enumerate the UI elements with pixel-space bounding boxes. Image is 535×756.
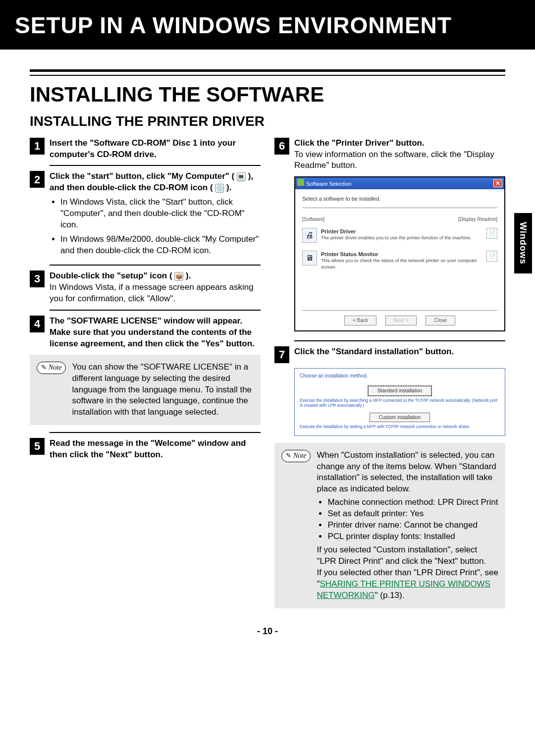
heading-section: INSTALLING THE SOFTWARE xyxy=(30,81,505,109)
close-button[interactable]: Close xyxy=(426,316,455,325)
readme-button[interactable]: 📄 xyxy=(486,251,497,262)
step-title: Read the message in the "Welcome" window… xyxy=(50,438,246,459)
step-5: 5 Read the message in the "Welcome" wind… xyxy=(30,438,261,461)
note-bullet: PCL printer display fonts: Installed xyxy=(327,531,498,542)
section-tab-windows: Windows xyxy=(514,213,532,273)
step-4: 4 The "SOFTWARE LICENSE" window will app… xyxy=(30,316,261,350)
step-divider xyxy=(50,165,261,166)
note-bullet: Set as default printer: Yes xyxy=(327,508,498,520)
step-title: ). xyxy=(226,183,231,192)
step-2: 2 Click the "start" button, click "My Co… xyxy=(30,171,261,260)
step-number: 6 xyxy=(274,138,289,155)
page-banner: SETUP IN A WINDOWS ENVIRONMENT xyxy=(0,0,535,50)
step-desc: In Windows Vista, if a message screen ap… xyxy=(50,282,261,305)
page-number: - 10 - xyxy=(30,625,505,637)
screenshot-installation-method: Choose an installation method. Standard … xyxy=(294,368,505,436)
step-bullet: In Windows 98/Me/2000, double-click "My … xyxy=(60,234,261,257)
step-title: Click the "Standard installation" button… xyxy=(294,347,454,356)
readme-button[interactable]: 📄 xyxy=(486,228,497,239)
setup-icon: 📦 xyxy=(174,272,183,281)
step-1: 1 Insert the "Software CD-ROM" Disc 1 in… xyxy=(30,138,261,161)
back-button[interactable]: < Back xyxy=(344,316,376,325)
rule-thin xyxy=(30,75,505,76)
option-title: Printer Driver xyxy=(321,228,482,235)
option-title: Printer Status Monitor xyxy=(321,251,482,258)
dialog-text: Choose an installation method. xyxy=(300,373,500,379)
next-button[interactable]: Next > xyxy=(385,316,417,325)
label-display-readme: [Display Readme] xyxy=(458,216,497,223)
note-text: If you selected "Custom installation", s… xyxy=(317,544,498,567)
window-title: Software Selection xyxy=(306,181,352,187)
screenshot-software-selection: Software Selection ✕ Select a software t… xyxy=(294,176,505,331)
option-desc: The printer driver enables you to use th… xyxy=(321,235,482,241)
step-number: 3 xyxy=(30,270,45,287)
note-label: Note xyxy=(37,362,66,374)
option-printer-status-monitor[interactable]: 🖥 Printer Status Monitor This allows you… xyxy=(302,251,497,270)
rule-heavy xyxy=(30,69,505,72)
step-desc: To view information on the software, cli… xyxy=(294,149,505,172)
option-standard-installation[interactable]: Standard installation xyxy=(300,386,500,396)
step-number: 5 xyxy=(30,438,45,455)
option-desc: Execute the installation by setting a MF… xyxy=(300,424,500,429)
step-divider xyxy=(50,432,261,433)
step-divider xyxy=(294,340,505,341)
printer-icon: 🖨 xyxy=(302,228,317,243)
note-box: Note When "Custom installation" is selec… xyxy=(274,443,505,608)
step-number: 7 xyxy=(274,346,289,363)
custom-installation-button[interactable]: Custom installation xyxy=(370,413,430,423)
step-title: Click the "start" button, click "My Comp… xyxy=(50,171,234,181)
column-right: 6 Click the "Printer Driver" button. To … xyxy=(274,138,505,615)
step-divider xyxy=(50,310,261,311)
note-label: Note xyxy=(281,450,311,462)
step-number: 4 xyxy=(30,316,45,332)
note-text: When "Custom installation" is selected, … xyxy=(317,450,498,495)
option-custom-installation[interactable]: Custom installation xyxy=(300,413,500,423)
note-bullet: Printer driver name: Cannot be changed xyxy=(327,520,498,531)
step-title: ). xyxy=(186,271,191,280)
heading-subsection: INSTALLING THE PRINTER DRIVER xyxy=(30,112,505,131)
note-text: You can show the "SOFTWARE LICENSE" in a… xyxy=(72,362,254,419)
step-title: Insert the "Software CD-ROM" Disc 1 into… xyxy=(50,138,236,159)
dialog-text: Select a software to be installed. xyxy=(302,195,497,203)
my-computer-icon: 💻 xyxy=(237,172,246,181)
step-6: 6 Click the "Printer Driver" button. To … xyxy=(274,138,505,172)
step-title: The "SOFTWARE LICENSE" window will appea… xyxy=(50,316,255,348)
option-desc: Execute the installation by searching a … xyxy=(300,398,500,408)
column-left: 1 Insert the "Software CD-ROM" Disc 1 in… xyxy=(30,138,261,615)
step-number: 2 xyxy=(30,171,45,188)
step-title: Double-click the "setup" icon ( xyxy=(50,271,172,280)
step-3: 3 Double-click the "setup" icon ( 📦 ). I… xyxy=(30,270,261,305)
note-text: If you selected other than "LPR Direct P… xyxy=(317,567,498,601)
option-desc: This allows you to check the status of t… xyxy=(321,258,482,270)
step-number: 1 xyxy=(30,138,45,155)
option-printer-driver[interactable]: 🖨 Printer Driver The printer driver enab… xyxy=(302,228,497,243)
note-box: Note You can show the "SOFTWARE LICENSE"… xyxy=(30,355,261,426)
app-icon xyxy=(297,179,304,186)
label-software: [Software] xyxy=(302,216,324,223)
cdrom-icon: 💿 xyxy=(215,184,224,193)
note-bullet: Machine connection method: LPR Direct Pr… xyxy=(327,497,498,508)
banner-title: SETUP IN A WINDOWS ENVIRONMENT xyxy=(15,10,520,41)
step-divider xyxy=(50,265,261,266)
step-title: Click the "Printer Driver" button. xyxy=(294,138,425,148)
step-bullet: In Windows Vista, click the "Start" butt… xyxy=(60,197,261,231)
step-7: 7 Click the "Standard installation" butt… xyxy=(274,346,505,363)
close-icon[interactable]: ✕ xyxy=(493,179,502,187)
monitor-icon: 🖥 xyxy=(302,251,317,266)
standard-installation-button[interactable]: Standard installation xyxy=(368,386,432,396)
